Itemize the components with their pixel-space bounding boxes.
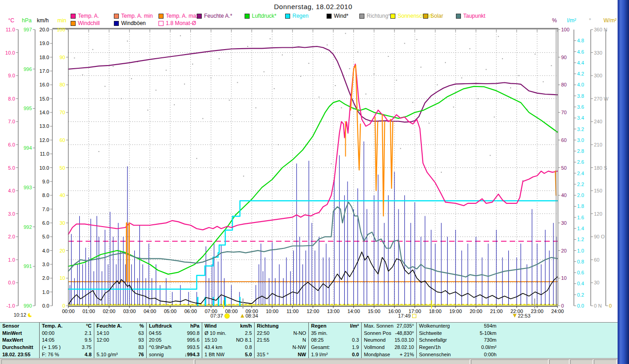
richtung-dot	[74, 57, 75, 58]
cell-value: ↓994.3	[184, 351, 199, 359]
cell-value: -48,830°	[395, 330, 414, 337]
stats-col-sensor: SensorMinWertMaxWertDurchschnitt18.02. 2…	[0, 323, 40, 359]
richtung-dot	[416, 39, 417, 40]
cell-label: MaxWert	[2, 337, 23, 344]
axis-label-kmh: 17.0	[40, 68, 49, 74]
stats-col-feuchte-a: Feuchte A.%14:106312:0093835.10 g/m³76	[94, 323, 147, 359]
axis-label-pct: 0	[561, 303, 564, 308]
legend-item-wind: Wind*	[327, 13, 348, 19]
table-row: 00:002.1	[40, 330, 94, 337]
table-row: ^0.9hPa/h993.5	[147, 344, 202, 351]
window-border-right	[618, 0, 629, 364]
legend-swatch-sonnenschein	[390, 14, 395, 19]
richtung-dot	[327, 45, 327, 46]
axis-label-dir: 330	[594, 50, 602, 56]
stats-col-luftdruck: LuftdruckhPa04:55990.820:05995.6^0.9hPa/…	[147, 323, 202, 359]
x-axis-hour-label: 10:00	[266, 308, 279, 314]
axis-label-minutes: 20	[60, 248, 65, 253]
axis-label-kmh: 19.0	[40, 40, 49, 46]
cell-value: 993.5	[187, 344, 199, 351]
axis-label-kmh: 4.0	[42, 248, 49, 253]
legend-swatch-windchill	[71, 21, 76, 26]
richtung-dot	[429, 123, 430, 124]
legend-label-solar: Solar	[430, 13, 443, 19]
cell-label: 14:05	[42, 337, 55, 344]
legend-label-regen: Regen	[292, 13, 308, 19]
axis-label-kmh: 0.0	[42, 303, 49, 308]
axis-label-rain: 4.4	[577, 60, 584, 66]
richtung-dot	[196, 158, 197, 159]
legend-label-luftdruck: Luftdruck*	[252, 13, 276, 19]
legend-item-luftdruck: Luftdruck*	[245, 13, 276, 19]
cell-value: N-NW	[292, 344, 306, 351]
stats-col-wind: Windkm/hØ 10 min.2.515:10NO 8.143.4 km0.…	[202, 323, 255, 359]
axis-label-rain: 0.0	[577, 303, 584, 308]
moon-transit-time: 10:12	[14, 312, 26, 318]
richtung-dot	[256, 107, 256, 108]
sunset-marker: 17:49	[398, 313, 416, 318]
richtung-dot	[498, 36, 499, 37]
axis-label-dir: 240	[594, 119, 602, 124]
legend-item-windchill: Windchill	[71, 20, 100, 26]
richtung-dot	[174, 104, 175, 105]
cell-label: Temp. A.	[42, 323, 62, 330]
richtung-dot	[543, 81, 544, 82]
cell-label: 12:00	[97, 337, 109, 344]
table-row: Sichtweite5-10km	[417, 330, 499, 337]
table-row: 22:50N-NO	[255, 330, 308, 337]
cell-label: 43.4 km	[205, 344, 222, 351]
table-row: Vollmond28.02.10	[362, 344, 416, 351]
legend-swatch-luftdruck	[245, 14, 250, 19]
cell-label: Luftdruck	[149, 323, 172, 330]
table-row: 08:250.3	[309, 337, 361, 344]
legend-swatch-windboeen	[114, 21, 119, 26]
table-row: F: 76 %4.8	[40, 351, 94, 359]
axis-label-temp: 2.0	[8, 234, 15, 239]
cell-value: + 21%	[400, 351, 414, 359]
stats-col-regen: Regenl/m²35 min.08:250.3Gesamt:1.91.9 l/…	[309, 323, 362, 359]
richtung-dot	[335, 85, 336, 86]
table-row: 21:55N	[255, 337, 308, 344]
axis-label-pct: 20	[561, 248, 567, 253]
axis-label-dir: 300	[594, 73, 602, 78]
sun-square-icon	[412, 314, 416, 318]
x-axis-hour-label: 04:00	[143, 308, 156, 314]
axis-label-kmh: 20.0	[40, 27, 49, 32]
cell-value: hPa	[190, 323, 199, 330]
x-axis-hour-label: 20:00	[470, 308, 482, 314]
axis-label-minutes: 10	[60, 275, 65, 281]
table-row: 15:10NO 8.1	[202, 337, 254, 344]
chart-canvas[interactable]: 11.010.09.08.07.06.05.04.03.02.01.00.0-1…	[0, 0, 629, 323]
richtung-dot	[219, 58, 220, 59]
axis-unit-wm2: W/m²	[603, 17, 617, 24]
axis-label-minutes: 100	[57, 27, 65, 32]
axis-label-rain: 0.4	[577, 281, 584, 286]
legend-swatch-taupunkt	[456, 14, 461, 19]
cell-label: (+ 1.95 )	[42, 344, 61, 351]
status-segment	[195, 359, 470, 364]
legend-label-temp-a: Temp. A.	[78, 13, 99, 19]
cell-value: NW	[298, 351, 306, 359]
richtung-dot	[341, 107, 342, 108]
axis-label-rain: 4.0	[577, 82, 584, 87]
legend-swatch-temp-a-min	[114, 14, 119, 19]
richtung-dot	[518, 75, 519, 76]
axis-label-dir: 210	[594, 142, 602, 147]
axis-label-wm2: 0	[609, 303, 612, 308]
richtung-dot	[300, 76, 301, 77]
legend-label-wind: Wind*	[334, 13, 348, 19]
stats-col-temp-a: Temp. A.°C00:002.114:059.5(+ 1.95 )3.75F…	[40, 323, 94, 359]
legend-label-richtung: Richtung*	[367, 13, 390, 19]
legend-label-monat: 1.8 Monat-Ø	[166, 20, 196, 26]
axis-label-kmh: 13.0	[40, 123, 49, 129]
richtung-dot	[365, 94, 366, 95]
legend-item-windboeen: Windböen	[114, 20, 146, 26]
legend-label-temp-a-max: Temp. A. max	[166, 13, 199, 19]
richtung-dot	[282, 55, 283, 56]
cell-value: 27,035°	[397, 323, 414, 330]
cell-label: Gesamt:	[311, 344, 330, 351]
axis-label-dir: 180 S	[594, 165, 607, 171]
legend-label-temp-a-min: Temp. A. min	[121, 13, 153, 19]
cell-value: 990.8	[187, 330, 199, 337]
cell-label: sonnig	[149, 351, 164, 359]
